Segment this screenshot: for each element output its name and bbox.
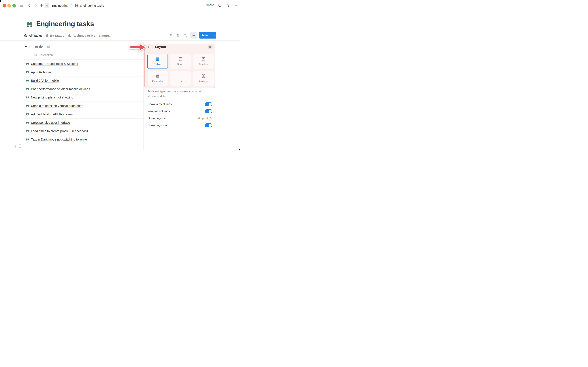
toggle-switch[interactable] [205, 123, 212, 127]
table-row[interactable]: Add ‘ref’ field in API Response [24, 110, 144, 118]
toggle-switch[interactable] [205, 109, 212, 113]
favorite-star-icon[interactable] [226, 3, 229, 7]
breadcrumb-page[interactable]: Engineering tasks [80, 4, 104, 8]
layout-option-icon [156, 57, 160, 61]
updates-clock-icon[interactable] [218, 3, 222, 7]
view-tabs: All Tasks By Status Assigned to Me 3 mor… [24, 33, 112, 39]
share-button[interactable]: Share [206, 3, 214, 7]
page-title[interactable]: Engineering tasks [36, 20, 94, 28]
breadcrumb-separator: / [71, 4, 72, 8]
workspace-breadcrumb-icon[interactable] [44, 3, 49, 8]
table-row[interactable]: Load times to create profile, 30 seconds… [24, 127, 144, 135]
task-title[interactable]: Poor performance on older mobile devices [31, 87, 90, 91]
toggle-knob [208, 110, 212, 113]
drag-handle-icon[interactable] [19, 144, 21, 148]
layout-option-card[interactable]: List [170, 71, 191, 86]
tab-bar-divider [0, 40, 240, 41]
add-row-plus-icon[interactable] [13, 144, 17, 148]
view-tab-label: By Status [50, 34, 64, 37]
task-title[interactable]: Unable to scroll on vertical orientation [31, 104, 83, 108]
task-title[interactable]: Unresponsive user interface [31, 121, 70, 125]
page-icon-binoculars[interactable] [26, 21, 33, 28]
table-row[interactable]: Unresponsive user interface [24, 118, 144, 127]
view-options-button[interactable] [190, 32, 197, 39]
task-title[interactable]: Build 2FA for mobile [31, 79, 59, 83]
task-page-binoculars-icon [26, 71, 29, 74]
task-title[interactable]: App QA Testing [31, 70, 52, 74]
table-row[interactable]: Poor performance on older mobile devices [24, 85, 144, 93]
ellipsis-icon [192, 35, 195, 36]
view-tab[interactable]: All Tasks [24, 34, 42, 37]
new-button[interactable]: New [199, 32, 216, 39]
task-title[interactable]: Load times to create profile, 30 seconds… [31, 129, 88, 133]
setting-label: Wrap all columns [148, 109, 205, 113]
close-icon [209, 46, 211, 48]
forward-icon[interactable] [34, 4, 38, 8]
layout-description: Table with types to store and view any k… [148, 89, 214, 99]
view-tab[interactable]: Assigned to Me [68, 34, 95, 37]
task-page-binoculars-icon [26, 79, 29, 82]
task-page-binoculars-icon [26, 96, 29, 99]
new-dropdown-button[interactable] [212, 32, 216, 39]
toggle-switch[interactable] [205, 102, 212, 106]
layout-option-card[interactable]: Calendar [147, 71, 168, 86]
screenshot-artifact [239, 149, 240, 150]
layout-option-label: List [178, 80, 182, 83]
table-row[interactable]: Build 2FA for mobile [24, 76, 144, 85]
setting-row: Show vertical lines [148, 102, 212, 107]
setting-label: Open pages in [148, 117, 196, 120]
view-tab[interactable]: By Status [45, 34, 64, 37]
table-row[interactable]: App QA Testing [24, 68, 144, 76]
sort-icon[interactable] [176, 34, 180, 37]
table-row[interactable]: Unable to scroll on vertical orientation [24, 102, 144, 110]
task-list: Customer Round Table & Scoping App QA Te… [24, 59, 144, 144]
group-count: 18 [47, 45, 50, 49]
breadcrumb-workspace[interactable]: Engineering [52, 4, 69, 8]
view-tab-label: Assigned to Me [73, 34, 95, 37]
task-title[interactable]: New pricing plans not showing [31, 96, 73, 99]
view-tab[interactable]: 3 more... [99, 34, 111, 37]
window-minimize-button[interactable] [7, 4, 11, 8]
panel-back-icon[interactable] [147, 45, 151, 49]
search-icon[interactable] [184, 34, 187, 37]
window-close-button[interactable] [3, 4, 6, 8]
table-row[interactable]: Customer Round Table & Scoping [24, 60, 144, 68]
more-options-icon[interactable] [233, 5, 237, 6]
back-icon[interactable] [27, 4, 31, 8]
window-zoom-button[interactable] [12, 4, 16, 8]
group-collapse-triangle[interactable] [25, 46, 27, 48]
notion-window: Engineering / Engineering tasks Share En… [0, 0, 240, 150]
layout-option-card[interactable]: Gallery [193, 71, 214, 86]
new-page-icon[interactable] [40, 4, 43, 8]
table-row[interactable]: Text in Dark mode not switching to white [24, 135, 144, 144]
filter-icon[interactable] [169, 34, 173, 37]
setting-row: Wrap all columns [148, 109, 212, 114]
screenshot-artifact [0, 0, 1, 2]
group-name[interactable]: To-do [35, 45, 43, 49]
task-title[interactable]: Customer Round Table & Scoping [31, 62, 78, 66]
layout-option-label: Gallery [199, 80, 208, 83]
column-header[interactable]: Description [39, 53, 53, 57]
layout-option-card[interactable]: Timeline [193, 54, 214, 69]
setting-row: Show page icon [148, 123, 212, 128]
layout-option-card[interactable]: Board [170, 54, 191, 69]
layout-option-icon [201, 74, 206, 78]
toggle-knob [208, 103, 212, 106]
chevron-down-icon [213, 34, 215, 36]
layout-option-label: Board [177, 63, 184, 66]
setting-label: Show page icon [148, 124, 205, 127]
panel-title: Layout [155, 45, 166, 49]
sidebar-menu-icon[interactable] [20, 4, 24, 8]
task-page-binoculars-icon [26, 104, 29, 108]
topbar-actions: Share [206, 3, 237, 7]
task-page-binoculars-icon [26, 138, 29, 141]
task-title[interactable]: Add ‘ref’ field in API Response [31, 112, 73, 116]
layout-option-card[interactable]: Table [147, 54, 168, 69]
layout-option-label: Calendar [152, 80, 163, 83]
new-button-label[interactable]: New [199, 32, 212, 39]
annotation-arrow [130, 42, 147, 52]
task-title[interactable]: Text in Dark mode not switching to white [31, 138, 87, 141]
panel-close-button[interactable] [208, 45, 213, 49]
setting-value[interactable]: Side peek [196, 117, 208, 120]
table-row[interactable]: New pricing plans not showing [24, 93, 144, 102]
